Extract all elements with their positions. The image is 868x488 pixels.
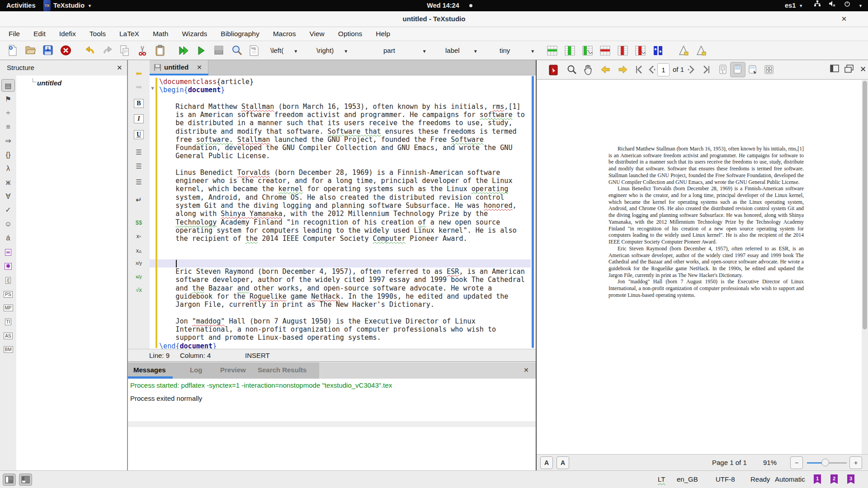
close-document-button[interactable] [60, 45, 72, 56]
vtb-superscript-button[interactable]: x▵ [132, 245, 146, 256]
menu-options[interactable]: Options [331, 27, 369, 41]
side-tab-symbols-special[interactable]: ✱ [1, 259, 15, 272]
add-row-button[interactable] [547, 45, 559, 56]
prev-todo-button[interactable] [696, 45, 708, 56]
bookmark-tag-1[interactable]: 1 [814, 474, 821, 484]
side-tab-structure-view[interactable]: ▤ [1, 79, 15, 92]
window-close-button[interactable]: ✕ [838, 13, 850, 25]
vtb-newline-button[interactable]: ↵ [132, 195, 146, 206]
toggle-side-panel-button[interactable] [3, 474, 16, 486]
add-column-button[interactable] [565, 45, 576, 56]
bookmark-tag-3[interactable]: 3 [847, 474, 854, 484]
vtb-jump-forward-button[interactable]: ➡ [132, 82, 146, 93]
side-tab-symbols-greek[interactable]: λ [1, 162, 15, 175]
save-button[interactable] [42, 45, 54, 56]
cut-button[interactable] [137, 45, 149, 56]
side-tab-symbols-accents[interactable]: á [1, 232, 15, 244]
menu-idefix[interactable]: Idefix [52, 27, 83, 41]
stop-button[interactable] [213, 45, 225, 56]
side-tab-symbols-delimiters[interactable]: {} [1, 149, 15, 161]
pdf-scrollbar[interactable] [862, 80, 868, 454]
system-menu-caret[interactable]: ▼ [855, 0, 863, 11]
left-delimiter-dropdown[interactable]: \left(▼ [270, 45, 298, 56]
pdf-back-icon[interactable] [600, 64, 611, 75]
pdf-page[interactable]: Richard Matthew Stallman (born March 16,… [537, 80, 868, 454]
find-button[interactable] [231, 45, 243, 56]
view-log-button[interactable]: log [249, 45, 260, 56]
fold-marker-icon[interactable]: ▼ [150, 85, 155, 91]
vtb-subscript-button[interactable]: x▫ [132, 231, 146, 242]
menu-tools[interactable]: Tools [83, 27, 113, 41]
vtb-bold-button[interactable]: B [134, 99, 144, 108]
encoding-indicator[interactable]: UTF-8 [716, 471, 735, 488]
pdf-continuous-mode-button[interactable] [730, 62, 745, 77]
side-tab-symbols-cyrillic[interactable]: ж [1, 176, 15, 189]
line-ending-indicator[interactable]: Automatic [775, 471, 805, 488]
clock[interactable]: Wed 14:24 [407, 0, 479, 11]
align-columns-button[interactable] [653, 45, 665, 56]
next-todo-button[interactable] [678, 45, 690, 56]
tab-close-icon[interactable]: ✕ [197, 60, 202, 75]
copy-button[interactable] [119, 45, 131, 56]
pdf-single-page-icon[interactable]: 1 [717, 64, 728, 75]
messages-close-icon[interactable]: ✕ [524, 362, 529, 378]
sectioning-dropdown[interactable]: part▼ [383, 45, 427, 56]
view-button[interactable] [196, 45, 208, 56]
pdf-dock-sidebar-icon[interactable] [830, 64, 840, 75]
new-file-button[interactable] [7, 45, 19, 56]
vtb-fraction-button[interactable]: x/y [132, 258, 146, 268]
side-tab-symbols-operators[interactable]: ÷ [1, 107, 15, 119]
pdf-forward-icon[interactable] [617, 64, 628, 75]
undo-button[interactable] [84, 45, 96, 56]
pdf-grid-view-icon[interactable] [764, 64, 774, 75]
cut-column-button[interactable] [635, 45, 647, 56]
editor-tab-untitled[interactable]: untitled ✕ [150, 60, 208, 75]
vtb-math-mode-button[interactable]: $$ [132, 217, 146, 228]
side-tab-symbols-ams[interactable]: ∞ [1, 245, 15, 258]
vtb-align-right-button[interactable]: ☰ [132, 177, 146, 188]
structure-dock-close-icon[interactable]: ✕ [117, 60, 123, 75]
menu-math[interactable]: Math [146, 27, 175, 41]
side-tab-symbols-misc-math[interactable]: ∀ [1, 190, 15, 203]
side-tab-beamer[interactable]: BM [1, 343, 15, 355]
remove-column-button[interactable] [618, 45, 629, 56]
menu-macros[interactable]: Macros [266, 27, 303, 41]
messages-tab-preview[interactable]: Preview [220, 362, 246, 377]
menu-view[interactable]: View [303, 27, 331, 41]
messages-tab-log[interactable]: Log [190, 362, 203, 377]
language-indicator[interactable]: en_GB [677, 471, 698, 488]
message-line[interactable]: Process started: pdflatex -synctex=1 -in… [130, 380, 392, 391]
volume-muted-icon[interactable] [828, 0, 836, 11]
activities-button[interactable]: Activities [6, 0, 35, 11]
structure-root-item[interactable]: untitled [37, 79, 61, 87]
pdf-scrollbar-thumb[interactable] [863, 81, 867, 329]
menu-wizards[interactable]: Wizards [175, 27, 214, 41]
paste-button[interactable] [155, 45, 166, 56]
keyboard-layout-indicator[interactable]: es1▼ [785, 0, 803, 11]
pdf-last-page-icon[interactable] [701, 64, 712, 75]
side-tab-symbols-misc-text[interactable]: ✓ [1, 204, 15, 216]
menu-help[interactable]: Help [369, 27, 397, 41]
menu-file[interactable]: File [2, 27, 27, 41]
pdf-zoom-text-icon[interactable]: A [540, 456, 553, 469]
side-tab-symbols-brackets[interactable]: ([ [1, 273, 15, 286]
bookmark-tag-2[interactable]: 2 [830, 474, 838, 484]
label-dropdown[interactable]: label▼ [445, 45, 478, 56]
menu-edit[interactable]: Edit [27, 27, 52, 41]
pdf-document-icon[interactable] [548, 64, 559, 75]
pdf-splitter[interactable] [536, 60, 537, 470]
power-icon[interactable] [844, 0, 851, 11]
pdf-close-icon[interactable]: ✕ [858, 64, 868, 75]
code-editor[interactable]: ▼ \documentclass{article}\begin{document… [150, 75, 536, 349]
remove-row-button[interactable] [600, 45, 612, 56]
message-line[interactable]: Process exited normally [130, 393, 202, 404]
pdf-zoom-out-button[interactable]: − [790, 456, 803, 469]
vtb-italic-button[interactable]: I [134, 114, 144, 123]
pdf-hand-tool-icon[interactable] [583, 64, 594, 75]
pdf-detach-icon[interactable] [844, 64, 855, 75]
font-size-dropdown[interactable]: tiny▼ [500, 45, 535, 56]
pdf-zoom-slider[interactable] [807, 462, 847, 464]
pdf-zoom-slider-knob[interactable] [821, 459, 829, 466]
vtb-align-center-button[interactable]: ☰ [132, 161, 146, 172]
paste-column-button[interactable] [582, 45, 594, 56]
